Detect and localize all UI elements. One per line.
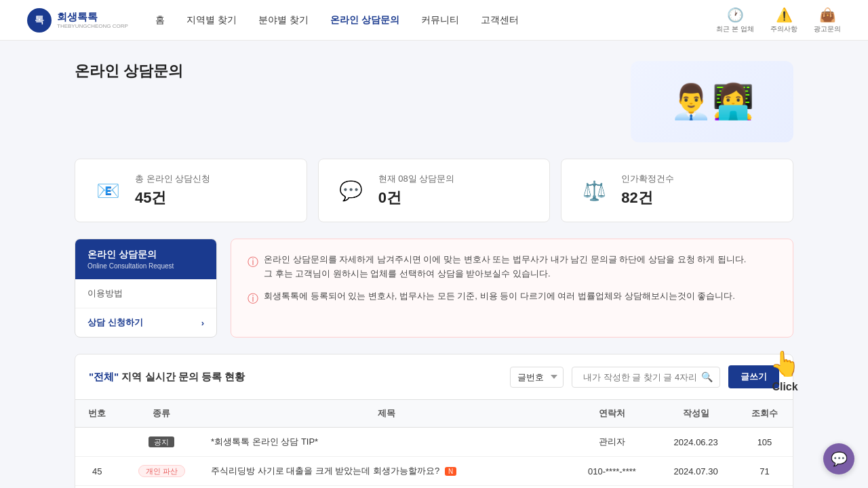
- sidebar-item-usage[interactable]: 이용방법: [75, 279, 216, 308]
- info-item-2: ⓘ 회생톡톡에 등록되어 있는 변호사, 법무사는 모든 기준, 비용 등이 다…: [248, 289, 776, 308]
- col-views: 조회수: [736, 400, 793, 428]
- nav-category[interactable]: 분야별 찾기: [258, 14, 309, 26]
- bookmark-label: 주의사항: [770, 24, 797, 34]
- table-body: 공지 *회생톡톡 온라인 상담 TIP* 관리자 2024.06.23 105 …: [75, 428, 793, 489]
- cell-date-45: 2024.07.30: [655, 457, 736, 486]
- sidebar: 온라인 상담문의 Online Consultation Request 이용방…: [75, 239, 217, 338]
- nav-customer[interactable]: 고객센터: [481, 14, 519, 26]
- write-button[interactable]: 글쓰기: [728, 365, 779, 388]
- cell-title-45[interactable]: 주식리딩방 사기로 대출을 크게 받았는데 회생가능할까요? N: [204, 457, 569, 486]
- stat-card-today: 💬 현재 08일 상담문의 0건: [318, 159, 551, 222]
- warning-icon: ⚠️: [776, 7, 793, 23]
- advertise-label: 광고문의: [814, 24, 841, 34]
- stat-card-total: 📧 총 온라인 상담신청 45건: [75, 159, 307, 222]
- main-nav: 홈 지역별 찾기 분야별 찾기 온라인 상담문의 커뮤니티 고객센터: [155, 14, 717, 26]
- posts-table: 번호 종류 제목 연락처 작성일 조회수 공지 *회생톡톡 온라인 상담 TIP…: [75, 399, 793, 488]
- cell-type-44: 개인 회생: [119, 486, 204, 489]
- sidebar-usage-label: 이용방법: [87, 288, 123, 298]
- header: 톡 회생톡톡 THEBYUNGCHEONG CORP 홈 지역별 찾기 분야별 …: [0, 0, 868, 41]
- cell-title-notice[interactable]: *회생톡톡 온라인 상담 TIP*: [204, 428, 569, 457]
- page-title: 온라인 상담문의: [75, 61, 183, 81]
- nav-community[interactable]: 커뮤니티: [421, 14, 459, 26]
- recent-button[interactable]: 🕐 최근 본 업체: [716, 7, 754, 34]
- col-type: 종류: [119, 400, 204, 428]
- hero-illustration: 👨‍💼👩‍💻: [631, 61, 793, 142]
- search-box: 🔍: [572, 367, 720, 388]
- cell-views-notice: 105: [736, 428, 793, 457]
- post-link-notice[interactable]: *회생톡톡 온라인 상담 TIP*: [211, 436, 318, 447]
- cell-number-44: 44: [75, 486, 119, 489]
- cell-type-45: 개인 파산: [119, 457, 204, 486]
- cell-number-45: 45: [75, 457, 119, 486]
- stat-icon-total: 📧: [92, 174, 124, 207]
- cell-views-45: 71: [736, 457, 793, 486]
- table-head: 번호 종류 제목 연락처 작성일 조회수: [75, 400, 793, 428]
- cell-contact-44: 010-****-****: [569, 486, 656, 489]
- table-toolbar: "전체" 지역 실시간 문의 등록 현황 글번호 🔍 글쓰기: [75, 354, 793, 399]
- cell-contact-notice: 관리자: [569, 428, 656, 457]
- chat-bubble-icon: 💬: [831, 451, 848, 467]
- stats-row: 📧 총 온라인 상담신청 45건 💬 현재 08일 상담문의 0건 ⚖️ 인가확…: [75, 159, 793, 222]
- logo-icon: 톡: [27, 8, 52, 33]
- nav-online[interactable]: 온라인 상담문의: [330, 14, 399, 26]
- col-number: 번호: [75, 400, 119, 428]
- info-text-2: 회생톡톡에 등록되어 있는 변호사, 법무사는 모든 기준, 비용 등이 다르기…: [264, 289, 735, 304]
- stat-info-total: 총 온라인 상담신청 45건: [135, 173, 210, 208]
- table-title-suffix: 지역 실시간 문의 등록 현황: [119, 371, 245, 382]
- stat-icon-confirmed: ⚖️: [578, 174, 610, 207]
- stat-label-today: 현재 08일 상담문의: [378, 173, 455, 185]
- chat-bubble-button[interactable]: 💬: [823, 443, 854, 474]
- sidebar-menu: 온라인 상담문의 Online Consultation Request 이용방…: [75, 239, 217, 338]
- logo-text: 회생톡톡 THEBYUNGCHEONG CORP: [57, 11, 128, 30]
- recent-icon: 🕐: [727, 7, 744, 23]
- stat-info-confirmed: 인가확정건수 82건: [621, 173, 674, 208]
- logo[interactable]: 톡 회생톡톡 THEBYUNGCHEONG CORP: [27, 8, 128, 33]
- sidebar-item-apply[interactable]: 상담 신청하기 ›: [75, 308, 216, 337]
- sidebar-subtitle: Online Consultation Request: [87, 262, 204, 270]
- sidebar-apply-label: 상담 신청하기: [87, 317, 143, 329]
- nav-area[interactable]: 지역별 찾기: [186, 14, 237, 26]
- sidebar-title: 온라인 상담문의: [87, 249, 157, 260]
- new-badge-45: N: [445, 467, 456, 476]
- cell-views-44: 41: [736, 486, 793, 489]
- info-text-1: 온라인 상담문의를 자세하게 남겨주시면 이에 맞는 변호사 또는 법무사가 내…: [264, 253, 746, 281]
- cell-title-44[interactable]: 회생 준비중입니다.: [204, 486, 569, 489]
- stat-info-today: 현재 08일 상담문의 0건: [378, 173, 455, 208]
- badge-bankruptcy: 개인 파산: [138, 465, 185, 477]
- hero-people-icon: 👨‍💼👩‍💻: [670, 82, 754, 121]
- bag-icon: 👜: [819, 7, 836, 23]
- filter-select[interactable]: 글번호: [510, 367, 564, 388]
- cell-contact-45: 010-****-****: [569, 457, 656, 486]
- logo-name: 회생톡톡: [57, 11, 128, 23]
- sidebar-header: 온라인 상담문의 Online Consultation Request: [75, 239, 216, 279]
- cell-date-notice: 2024.06.23: [655, 428, 736, 457]
- hero-bg: 👨‍💼👩‍💻: [631, 61, 793, 142]
- nav-home[interactable]: 홈: [155, 14, 165, 26]
- col-title: 제목: [204, 400, 569, 428]
- table-title: "전체" 지역 실시간 문의 등록 현황: [89, 371, 502, 384]
- cell-type-notice: 공지: [119, 428, 204, 457]
- cell-date-44: 2024.07.12: [655, 486, 736, 489]
- table-section: "전체" 지역 실시간 문의 등록 현황 글번호 🔍 글쓰기 번호 종류 제목 …: [75, 354, 793, 488]
- stat-label-total: 총 온라인 상담신청: [135, 173, 210, 185]
- post-link-45[interactable]: 주식리딩방 사기로 대출을 크게 받았는데 회생가능할까요?: [211, 466, 439, 476]
- search-input[interactable]: [579, 367, 701, 387]
- search-icon[interactable]: 🔍: [701, 371, 713, 382]
- advertise-button[interactable]: 👜 광고문의: [814, 7, 841, 34]
- table-row: 45 개인 파산 주식리딩방 사기로 대출을 크게 받았는데 회생가능할까요? …: [75, 457, 793, 486]
- stat-value-confirmed: 82건: [621, 188, 674, 208]
- recent-label: 최근 본 업체: [716, 24, 754, 34]
- info-dot-2: ⓘ: [248, 290, 258, 308]
- stat-label-confirmed: 인가확정건수: [621, 173, 674, 185]
- stat-card-confirmed: ⚖️ 인가확정건수 82건: [561, 159, 793, 222]
- chevron-right-icon: ›: [201, 318, 204, 328]
- stat-value-total: 45건: [135, 188, 210, 208]
- col-contact: 연락처: [569, 400, 656, 428]
- bookmark-button[interactable]: ⚠️ 주의사항: [770, 7, 797, 34]
- page-title-section: 온라인 상담문의: [75, 61, 183, 81]
- table-title-prefix: "전체": [89, 371, 119, 382]
- cell-number: [75, 428, 119, 457]
- logo-sub: THEBYUNGCHEONG CORP: [57, 23, 128, 30]
- col-date: 작성일: [655, 400, 736, 428]
- stat-value-today: 0건: [378, 188, 455, 208]
